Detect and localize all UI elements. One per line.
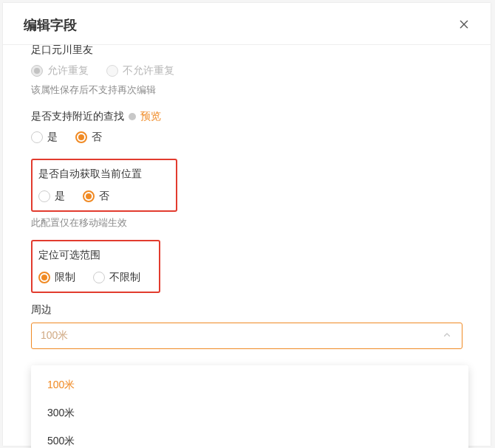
- range-select-section: 周边 100米 100米 300米 500米 1000米 2000米: [31, 303, 462, 349]
- radio-label: 不允许重复: [123, 64, 174, 77]
- radio-icon: [75, 131, 87, 143]
- allow-duplicate-radio: 允许重复: [31, 64, 89, 77]
- close-button[interactable]: [458, 18, 470, 32]
- auto-location-highlight: 是否自动获取当前位置 是 否: [31, 159, 177, 212]
- dropdown-option[interactable]: 100米: [31, 371, 468, 399]
- allow-duplicate-section: 允许重复 不允许重复 该属性保存后不支持再次编辑: [31, 64, 462, 97]
- auto-location-label: 是否自动获取当前位置: [38, 168, 142, 181]
- auto-location-help: 此配置仅在移动端生效: [31, 216, 462, 230]
- nearby-no-radio[interactable]: 否: [75, 131, 102, 144]
- range-unlimited-radio[interactable]: 不限制: [93, 271, 140, 284]
- nearby-search-section: 是否支持附近的查找 预览 是 否: [31, 110, 462, 144]
- allow-duplicate-help: 该属性保存后不支持再次编辑: [31, 83, 462, 97]
- radio-label: 否: [99, 190, 109, 203]
- info-icon: [129, 113, 136, 120]
- radio-label: 是: [47, 131, 58, 144]
- radio-label: 是: [55, 190, 65, 203]
- range-select-label: 周边: [31, 303, 52, 317]
- radio-label: 允许重复: [47, 64, 89, 77]
- disallow-duplicate-radio: 不允许重复: [106, 64, 174, 77]
- close-icon: [458, 18, 470, 30]
- edit-field-modal: 编辑字段 足口元川里友 允许重复 不允许重复 该属性保存后不支持再次编辑 是否支…: [3, 3, 491, 446]
- radio-icon: [83, 190, 95, 202]
- range-limited-radio[interactable]: 限制: [38, 271, 75, 284]
- modal-title: 编辑字段: [24, 16, 77, 34]
- nearby-yes-radio[interactable]: 是: [31, 131, 58, 144]
- range-select-input[interactable]: 100米: [31, 323, 462, 349]
- nearby-search-label: 是否支持附近的查找: [31, 110, 124, 123]
- auto-loc-no-radio[interactable]: 否: [83, 190, 109, 203]
- preview-link[interactable]: 预览: [140, 110, 161, 123]
- radio-icon: [31, 131, 43, 143]
- modal-header: 编辑字段: [3, 3, 491, 45]
- radio-icon: [31, 65, 43, 77]
- radio-icon: [106, 65, 118, 77]
- dropdown-option[interactable]: 300米: [31, 399, 468, 427]
- select-placeholder: 100米: [41, 329, 68, 342]
- auto-loc-yes-radio[interactable]: 是: [38, 190, 65, 203]
- radio-icon: [38, 190, 50, 202]
- radio-icon: [38, 272, 50, 283]
- location-range-label: 定位可选范围: [38, 249, 100, 262]
- radio-label: 不限制: [109, 271, 140, 284]
- radio-label: 限制: [55, 271, 75, 284]
- location-range-highlight: 定位可选范围 限制 不限制: [31, 240, 160, 293]
- prev-section-label: 足口元川里友: [31, 44, 462, 57]
- modal-body: 足口元川里友 允许重复 不允许重复 该属性保存后不支持再次编辑 是否支持附近的查…: [3, 45, 491, 349]
- chevron-up-icon: [441, 329, 453, 343]
- dropdown-option[interactable]: 500米: [31, 427, 468, 448]
- range-dropdown: 100米 300米 500米 1000米 2000米: [31, 365, 468, 448]
- radio-label: 否: [92, 131, 102, 144]
- radio-icon: [93, 272, 105, 283]
